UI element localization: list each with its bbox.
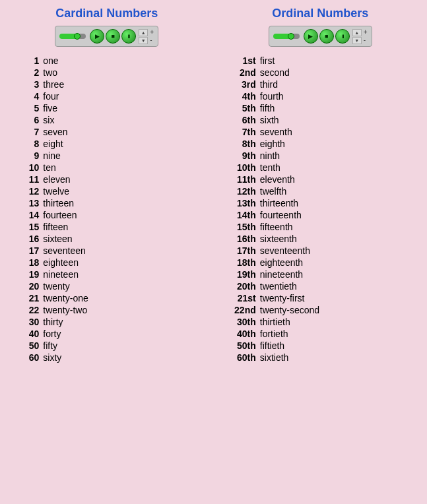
ordinal-pause-button[interactable]	[335, 29, 350, 44]
table-row[interactable]: 11theleventh	[230, 173, 411, 185]
table-row[interactable]: 4four	[16, 90, 197, 102]
table-row[interactable]: 18theighteenth	[230, 257, 411, 268]
table-row[interactable]: 9nine	[16, 150, 197, 162]
cardinal-play-button[interactable]	[90, 29, 104, 44]
table-row[interactable]: 12thtwelfth	[230, 185, 411, 197]
table-row[interactable]: 9thninth	[230, 150, 411, 162]
cardinal-number: 5	[16, 103, 39, 113]
cardinal-number: 22	[16, 305, 39, 315]
table-row[interactable]: 13thirteen	[16, 197, 197, 209]
ordinal-minus: -	[364, 36, 368, 44]
table-row[interactable]: 6thsixth	[230, 114, 411, 126]
table-row[interactable]: 17thseventeenth	[230, 245, 411, 257]
cardinal-word: forty	[43, 329, 61, 339]
table-row[interactable]: 15fifteen	[16, 221, 197, 233]
table-row[interactable]: 2two	[16, 67, 197, 79]
table-row[interactable]: 4thfourth	[230, 90, 411, 102]
ordinal-slider[interactable]	[273, 34, 300, 39]
table-row[interactable]: 40thfortieth	[230, 328, 411, 340]
cardinal-word: eight	[43, 139, 63, 149]
table-row[interactable]: 20thtwentieth	[230, 280, 411, 292]
cardinal-media-controls[interactable]: ▲ ▼ + -	[55, 26, 158, 47]
table-row[interactable]: 14thfourteenth	[230, 209, 411, 221]
cardinal-stop-button[interactable]	[106, 29, 120, 44]
table-row[interactable]: 16sixteen	[16, 233, 197, 245]
table-row[interactable]: 60sixty	[16, 352, 197, 363]
ordinal-word: fortieth	[260, 329, 288, 339]
cardinal-arrow-group[interactable]: ▲ ▼	[139, 29, 148, 44]
table-row[interactable]: 21sttwenty-first	[230, 292, 411, 304]
ordinal-number: 3rd	[230, 79, 256, 90]
cardinal-arrow-up[interactable]: ▲	[139, 29, 148, 36]
table-row[interactable]: 7thseventh	[230, 126, 411, 138]
table-row[interactable]: 30ththirtieth	[230, 316, 411, 328]
table-row[interactable]: 30thirty	[16, 316, 197, 328]
cardinal-arrow-down[interactable]: ▼	[139, 37, 148, 44]
table-row[interactable]: 50thfiftieth	[230, 340, 411, 352]
table-row[interactable]: 21twenty-one	[16, 292, 197, 304]
ordinal-word: sixteenth	[260, 234, 297, 244]
page-container: Cardinal Numbers ▲ ▼ + - 1one2two3three	[0, 7, 427, 363]
table-row[interactable]: 17seventeen	[16, 245, 197, 257]
ordinal-word: sixtieth	[260, 352, 289, 363]
ordinal-word: twentieth	[260, 281, 297, 292]
table-row[interactable]: 60thsixtieth	[230, 352, 411, 363]
ordinal-arrow-down[interactable]: ▼	[352, 37, 362, 44]
cardinal-numbers-table: 1one2two3three4four5five6six7seven8eight…	[16, 55, 197, 363]
cardinal-word: fifteen	[43, 222, 68, 232]
table-row[interactable]: 5thfifth	[230, 102, 411, 114]
ordinal-word: eleventh	[260, 174, 295, 185]
table-row[interactable]: 10thtenth	[230, 162, 411, 173]
table-row[interactable]: 3three	[16, 79, 197, 90]
table-row[interactable]: 8theighth	[230, 138, 411, 150]
table-row[interactable]: 12twelve	[16, 185, 197, 197]
ordinal-word: seventh	[260, 127, 292, 137]
ordinal-number: 12th	[230, 186, 256, 197]
cardinal-number: 14	[16, 210, 39, 220]
cardinal-slider[interactable]	[59, 34, 86, 39]
ordinal-play-button[interactable]	[304, 29, 318, 44]
table-row[interactable]: 3rdthird	[230, 79, 411, 90]
ordinal-number: 10th	[230, 162, 256, 173]
table-row[interactable]: 1one	[16, 55, 197, 67]
cardinal-pause-button[interactable]	[121, 29, 136, 44]
table-row[interactable]: 22twenty-two	[16, 304, 197, 316]
ordinal-number: 2nd	[230, 67, 256, 78]
table-row[interactable]: 1stfirst	[230, 55, 411, 67]
cardinal-word: nineteen	[43, 269, 79, 280]
table-row[interactable]: 15thfifteenth	[230, 221, 411, 233]
cardinal-word: twelve	[43, 186, 69, 197]
ordinal-word: nineteenth	[260, 269, 303, 280]
table-row[interactable]: 50fifty	[16, 340, 197, 352]
table-row[interactable]: 14fourteen	[16, 209, 197, 221]
table-row[interactable]: 6six	[16, 114, 197, 126]
table-row[interactable]: 40forty	[16, 328, 197, 340]
table-row[interactable]: 2ndsecond	[230, 67, 411, 79]
cardinal-word: eleven	[43, 174, 70, 185]
table-row[interactable]: 22ndtwenty-second	[230, 304, 411, 316]
cardinal-number: 19	[16, 269, 39, 280]
table-row[interactable]: 8eight	[16, 138, 197, 150]
ordinal-word: fourteenth	[260, 210, 302, 220]
table-row[interactable]: 16thsixteenth	[230, 233, 411, 245]
table-row[interactable]: 19nineteen	[16, 268, 197, 280]
table-row[interactable]: 19thnineteenth	[230, 268, 411, 280]
table-row[interactable]: 13ththirteenth	[230, 197, 411, 209]
ordinal-arrow-group[interactable]: ▲ ▼	[352, 29, 362, 44]
cardinal-number: 17	[16, 245, 39, 256]
ordinal-arrow-up[interactable]: ▲	[352, 29, 362, 36]
table-row[interactable]: 7seven	[16, 126, 197, 138]
ordinal-number: 17th	[230, 245, 256, 256]
table-row[interactable]: 11eleven	[16, 173, 197, 185]
table-row[interactable]: 20twenty	[16, 280, 197, 292]
table-row[interactable]: 5five	[16, 102, 197, 114]
table-row[interactable]: 18eighteen	[16, 257, 197, 268]
ordinal-number: 15th	[230, 222, 256, 232]
ordinal-stop-button[interactable]	[319, 29, 334, 44]
ordinal-number: 5th	[230, 103, 256, 113]
table-row[interactable]: 10ten	[16, 162, 197, 173]
ordinal-word: eighth	[260, 139, 285, 149]
ordinal-number: 19th	[230, 269, 256, 280]
cardinal-number: 13	[16, 198, 39, 208]
ordinal-media-controls[interactable]: ▲ ▼ + -	[269, 26, 372, 47]
